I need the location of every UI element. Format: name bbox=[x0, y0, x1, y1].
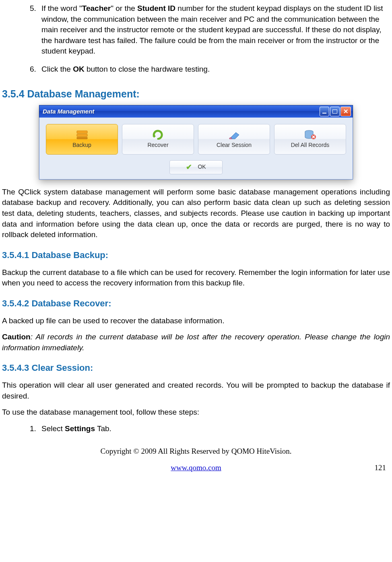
text: " or the bbox=[111, 4, 137, 12]
recover-paragraph: A backed up file can be used to recover … bbox=[2, 316, 390, 326]
clear-session-paragraph: This operation will clear all user gener… bbox=[2, 380, 390, 401]
svg-rect-0 bbox=[77, 131, 87, 133]
list-item-6: Click the OK button to close the hardwar… bbox=[38, 64, 390, 75]
ok-label: OK bbox=[198, 163, 206, 171]
del-label: Del All Records bbox=[291, 141, 330, 149]
list-item-5: If the word "Teacher" or the Student ID … bbox=[38, 3, 390, 57]
maximize-icon bbox=[332, 110, 337, 114]
recover-button[interactable]: Recover bbox=[122, 124, 194, 155]
ok-bold: OK bbox=[73, 65, 85, 73]
recover-icon bbox=[152, 129, 165, 140]
recover-label: Recover bbox=[147, 141, 168, 149]
del-all-records-button[interactable]: Del All Records bbox=[274, 124, 346, 155]
backup-paragraph: Backup the current database to a file wh… bbox=[2, 267, 390, 289]
ok-button[interactable]: ✔ OK bbox=[169, 160, 222, 174]
text: Click the bbox=[41, 65, 73, 73]
close-icon: ✕ bbox=[343, 108, 349, 114]
backup-button[interactable]: Backup bbox=[46, 124, 118, 155]
main-paragraph: The QClick system database management wi… bbox=[2, 187, 390, 240]
text: Tab. bbox=[95, 424, 111, 433]
check-icon: ✔ bbox=[186, 162, 192, 172]
window-title: Data Management bbox=[43, 107, 94, 116]
backup-icon bbox=[76, 129, 89, 140]
steps-intro: To use the database management tool, fol… bbox=[2, 407, 390, 418]
settings-bold: Settings bbox=[65, 424, 95, 433]
close-button[interactable]: ✕ bbox=[340, 107, 351, 116]
clear-label: Clear Session bbox=[217, 141, 252, 149]
data-management-window: Data Management ✕ Backup Recove bbox=[39, 105, 353, 180]
footer: Copyright © 2009 All Rights Reserved by … bbox=[2, 446, 390, 473]
eraser-icon bbox=[228, 129, 241, 140]
subheading-3542: 3.5.4.2 Database Recover: bbox=[2, 298, 390, 310]
maximize-button[interactable] bbox=[330, 107, 340, 116]
subheading-3543: 3.5.4.3 Clear Session: bbox=[2, 362, 390, 374]
instruction-list-top: If the word "Teacher" or the Student ID … bbox=[2, 3, 390, 75]
svg-rect-1 bbox=[77, 134, 87, 136]
minimize-icon bbox=[322, 113, 326, 114]
page-number: 121 bbox=[375, 463, 386, 473]
window-body: Backup Recover Clear Session bbox=[39, 118, 353, 180]
step-1: Select Settings Tab. bbox=[38, 424, 390, 434]
text: button to close the hardware testing. bbox=[85, 65, 210, 73]
footer-link[interactable]: www.qomo.com bbox=[171, 463, 221, 473]
delete-db-icon bbox=[304, 129, 317, 140]
window-titlebar[interactable]: Data Management ✕ bbox=[39, 105, 353, 118]
window-controls: ✕ bbox=[320, 107, 351, 116]
caution-label: Caution bbox=[2, 333, 31, 341]
steps-list: Select Settings Tab. bbox=[2, 424, 390, 434]
svg-marker-4 bbox=[231, 132, 239, 139]
svg-rect-2 bbox=[77, 137, 87, 139]
backup-label: Backup bbox=[72, 141, 91, 149]
caution-paragraph: Caution: All records in the current data… bbox=[2, 332, 390, 353]
toolbar: Backup Recover Clear Session bbox=[46, 124, 346, 155]
caution-text: : All records in the current database wi… bbox=[2, 333, 390, 352]
section-heading-354: 3.5.4 Database Management: bbox=[2, 87, 390, 101]
studentid-bold: Student ID bbox=[137, 4, 175, 12]
ok-row: ✔ OK bbox=[46, 160, 346, 174]
subheading-3541: 3.5.4.1 Database Backup: bbox=[2, 249, 390, 262]
text: Select bbox=[41, 424, 65, 433]
clear-session-button[interactable]: Clear Session bbox=[198, 124, 270, 155]
minimize-button[interactable] bbox=[320, 107, 329, 116]
teacher-bold: Teacher bbox=[82, 4, 111, 12]
text: If the word " bbox=[41, 4, 82, 12]
copyright-text: Copyright © 2009 All Rights Reserved by … bbox=[2, 446, 390, 457]
